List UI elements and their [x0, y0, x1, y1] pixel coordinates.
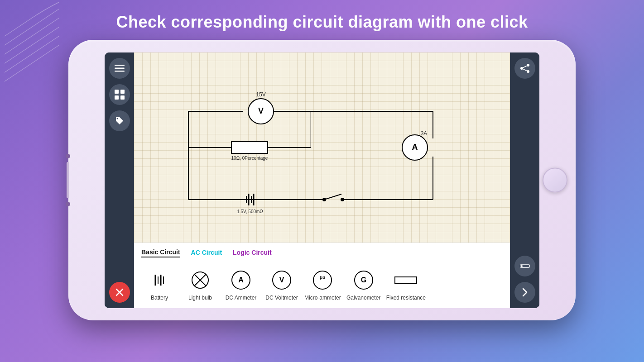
component-galvanometer[interactable]: G Galvanometer — [346, 267, 382, 301]
battery-icon — [147, 267, 172, 293]
component-dc-voltmeter[interactable]: V DC Voltmeter — [264, 267, 300, 301]
svg-text:G: G — [360, 276, 366, 284]
svg-line-57 — [523, 66, 527, 67]
circuit-canvas[interactable]: V 15V A 3A — [134, 52, 510, 243]
next-button[interactable] — [514, 282, 535, 303]
svg-line-58 — [523, 69, 527, 71]
close-button[interactable] — [109, 282, 130, 303]
volume-controls — [66, 154, 70, 206]
grid-button[interactable] — [109, 84, 130, 105]
svg-point-22 — [341, 198, 344, 201]
svg-rect-1 — [115, 67, 125, 69]
fixed-resistance-icon — [393, 267, 418, 293]
galvanometer-label: Galvanometer — [346, 295, 380, 301]
svg-text:A: A — [238, 276, 244, 284]
toolbar-left — [105, 52, 134, 308]
main-content: V 15V A 3A — [134, 52, 510, 308]
dc-voltmeter-label: DC Voltmeter — [265, 295, 298, 301]
svg-point-54 — [527, 64, 529, 67]
svg-text:10Ω, 0Percentage: 10Ω, 0Percentage — [231, 156, 268, 161]
svg-text:V: V — [279, 276, 284, 284]
tab-basic-circuit[interactable]: Basic Circuit — [141, 248, 180, 257]
light-bulb-icon — [187, 267, 213, 293]
component-fixed-resistance[interactable]: Fixed resistance — [386, 267, 426, 301]
battery-label: Battery — [151, 295, 168, 301]
svg-text:V: V — [258, 106, 264, 115]
circuit-diagram: V 15V A 3A — [134, 52, 510, 243]
svg-rect-2 — [115, 71, 125, 72]
micro-ammeter-label: Micro-ammeter — [304, 295, 341, 301]
share-button[interactable] — [514, 58, 535, 79]
device-frame: V 15V A 3A — [68, 40, 576, 320]
svg-rect-53 — [395, 277, 417, 283]
light-bulb-label: Light bulb — [188, 295, 212, 301]
svg-point-55 — [520, 67, 523, 70]
dc-voltmeter-icon: V — [269, 267, 294, 293]
svg-rect-4 — [120, 90, 125, 94]
volume-bar — [67, 162, 69, 198]
svg-point-56 — [527, 70, 529, 73]
svg-text:3A: 3A — [421, 130, 428, 137]
circuit-tabs: Basic Circuit AC Circuit Logic Circuit — [134, 243, 510, 260]
galvanometer-icon: G — [351, 267, 376, 293]
svg-rect-0 — [115, 65, 125, 66]
tag-button[interactable] — [109, 110, 130, 131]
fixed-resistance-label: Fixed resistance — [386, 295, 426, 301]
micro-ammeter-icon: μa — [310, 267, 335, 293]
svg-line-23 — [324, 194, 341, 200]
svg-text:15V: 15V — [256, 91, 265, 98]
tab-ac-circuit[interactable]: AC Circuit — [191, 248, 222, 257]
svg-text:A: A — [412, 143, 418, 152]
svg-point-60 — [521, 265, 523, 267]
component-micro-ammeter[interactable]: μa Micro-ammeter — [304, 267, 341, 301]
tab-logic-circuit[interactable]: Logic Circuit — [233, 248, 272, 257]
svg-rect-5 — [115, 95, 119, 100]
bottom-panel: Basic Circuit AC Circuit Logic Circuit — [134, 243, 510, 308]
svg-point-7 — [116, 118, 118, 119]
component-dc-ammeter[interactable]: A DC Ammeter — [223, 267, 259, 301]
component-button[interactable] — [514, 256, 535, 276]
component-light-bulb[interactable]: Light bulb — [182, 267, 218, 301]
svg-rect-6 — [120, 95, 125, 100]
component-battery[interactable]: Battery — [141, 267, 178, 301]
components-row: Battery Light bulb — [134, 260, 510, 308]
home-button[interactable] — [543, 168, 567, 193]
svg-text:μa: μa — [320, 275, 326, 280]
svg-rect-27 — [231, 142, 268, 153]
toolbar-right — [510, 52, 539, 308]
dc-ammeter-label: DC Ammeter — [226, 295, 257, 301]
dc-ammeter-icon: A — [228, 267, 254, 293]
side-dot-2 — [66, 202, 70, 206]
screen: V 15V A 3A — [105, 52, 539, 308]
svg-text:1.5V, 500mΩ: 1.5V, 500mΩ — [237, 209, 263, 214]
svg-rect-3 — [115, 90, 119, 94]
side-dot-1 — [66, 154, 70, 158]
svg-point-49 — [313, 271, 332, 289]
page-title: Check corresponding circuit diagram with… — [116, 13, 528, 32]
menu-button[interactable] — [109, 58, 130, 79]
